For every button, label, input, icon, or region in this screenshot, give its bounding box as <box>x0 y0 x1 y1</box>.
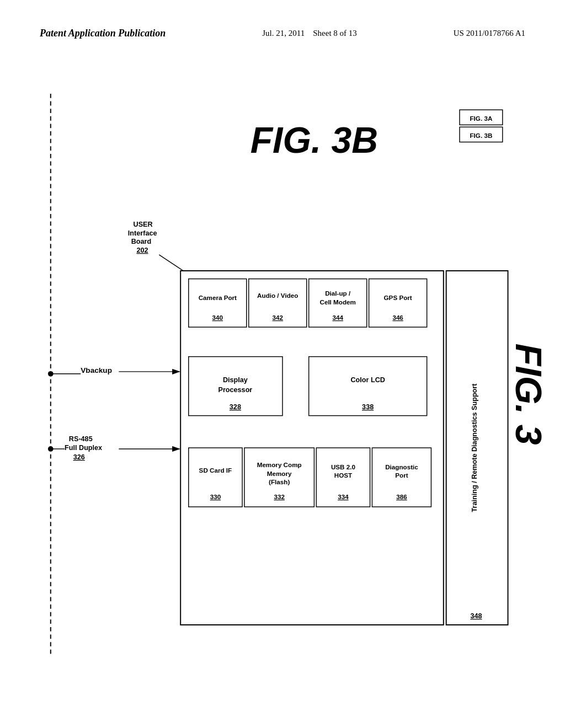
user-interface-line1: USER <box>134 221 153 228</box>
diagnostic-port-number: 386 <box>396 493 407 500</box>
gps-port-label: GPS Port <box>384 295 412 302</box>
rs485-number: 326 <box>73 453 85 461</box>
camera-port-label: Camera Port <box>199 295 237 302</box>
patent-number-text: US 2011/0178766 A1 <box>454 29 525 38</box>
usb-host-label2: HOST <box>334 472 352 479</box>
usb-host-number: 334 <box>338 493 349 500</box>
rs485-label1: RS-485 <box>69 435 93 443</box>
rs485-label2: Full Duplex <box>65 444 102 452</box>
fig-3b-small-label: FIG. 3B <box>470 132 493 139</box>
diagnostic-port-label2: Port <box>395 472 408 479</box>
display-processor-number: 328 <box>230 403 241 411</box>
sd-card-label1: SD Card IF <box>199 467 232 474</box>
audio-video-label1: Audio / Video <box>257 292 298 299</box>
rs485-dot <box>48 446 54 452</box>
usb-host-label1: USB 2.0 <box>331 463 355 470</box>
header-patent-number: US 2011/0178766 A1 <box>454 26 525 40</box>
user-interface-line3: Board <box>131 238 151 245</box>
header-date: Jul. 21, 2011 <box>262 29 305 38</box>
display-processor-label1: Display <box>223 376 248 384</box>
sd-card-number: 330 <box>210 493 221 500</box>
fig-3a-label: FIG. 3A <box>470 115 493 122</box>
diagnostic-port-label1: Diagnostic <box>385 463 418 470</box>
training-support-number: 348 <box>470 612 482 620</box>
memory-comp-label1: Memory Comp <box>257 461 302 468</box>
memory-comp-number: 332 <box>274 493 285 500</box>
dialup-label2: Cell Modem <box>319 298 355 306</box>
vbackup-label: Vbackup <box>81 366 112 374</box>
fig-3-large-label: FIG. 3 <box>508 344 549 445</box>
page-header: Patent Application Publication Jul. 21, … <box>0 26 565 40</box>
diagram-svg: FIG. 3B FIG. 3A FIG. 3B FIG. 3 USER Inte… <box>33 94 532 684</box>
publication-title-text: Patent Application Publication <box>40 28 166 39</box>
diagram-area: FIG. 3B FIG. 3A FIG. 3B FIG. 3 USER Inte… <box>33 94 532 684</box>
dialup-number: 344 <box>332 314 343 321</box>
memory-comp-label2: Memory <box>267 470 292 477</box>
display-processor-label2: Processor <box>218 386 253 394</box>
color-lcd-label: Color LCD <box>350 376 385 384</box>
memory-comp-label3: (Flash) <box>269 478 290 485</box>
vbackup-dot <box>48 371 54 377</box>
header-date-sheet: Jul. 21, 2011 Sheet 8 of 13 <box>262 26 357 40</box>
user-interface-number: 202 <box>136 247 148 254</box>
color-lcd-number: 338 <box>362 403 374 411</box>
training-support-label: Training / Remote Diagnostics Support <box>471 383 478 512</box>
camera-port-number: 340 <box>212 314 223 321</box>
fig-3b-main-label: FIG. 3B <box>250 120 378 160</box>
user-interface-line2: Interface <box>128 229 157 237</box>
header-sheet: Sheet 8 of 13 <box>313 29 357 38</box>
audio-video-number: 342 <box>273 314 284 321</box>
gps-port-number: 346 <box>392 314 403 321</box>
dialup-label1: Dial-up / <box>325 290 351 297</box>
publication-title: Patent Application Publication <box>40 26 166 40</box>
